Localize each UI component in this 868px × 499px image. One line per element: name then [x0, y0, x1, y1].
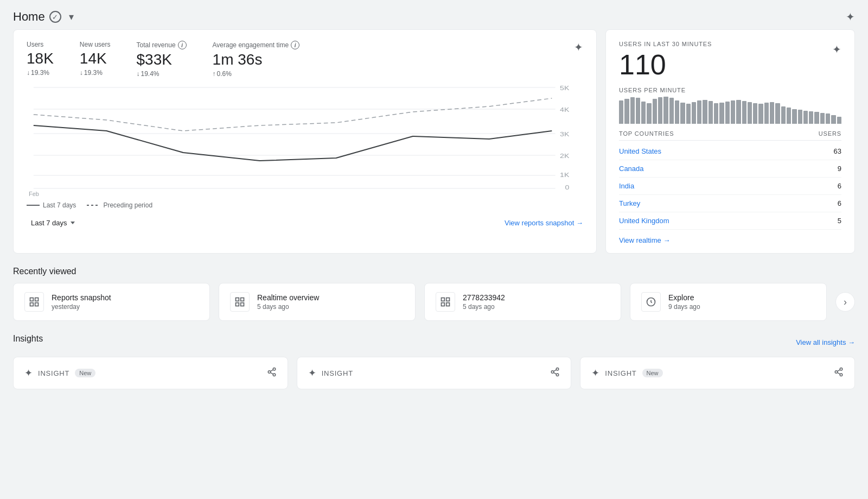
recent-card-0[interactable]: Reports snapshot yesterday: [13, 283, 210, 321]
metric-users-change: ↓ 19.3%: [27, 69, 54, 77]
check-icon: ✓: [49, 11, 61, 23]
sparkle-button-stats[interactable]: ✦: [574, 41, 583, 54]
recent-info-0: Reports snapshot yesterday: [52, 293, 111, 311]
recent-icon-3: [641, 292, 661, 312]
info-icon-revenue[interactable]: i: [178, 41, 187, 49]
svg-point-39: [835, 370, 838, 373]
legend-line-dashed: [87, 205, 100, 206]
svg-rect-23: [236, 298, 239, 301]
svg-text:0: 0: [565, 184, 570, 191]
metric-users: Users 18K ↓ 19.3%: [27, 41, 54, 77]
info-icon-engagement[interactable]: i: [291, 41, 299, 49]
header-left: Home ✓ ▾: [13, 9, 77, 25]
metric-revenue: Total revenue i $33K ↓ 19.4%: [137, 41, 187, 78]
stats-card: Users 18K ↓ 19.3% New users 14K ↓: [13, 29, 597, 254]
insights-section: Insights View all insights → ✦ INSIGHT N…: [13, 334, 855, 389]
country-name: United Kingdom: [619, 217, 669, 225]
bar-item: [803, 111, 808, 124]
insight-label-0: INSIGHT: [38, 369, 69, 377]
legend-dashed: Preceding period: [87, 201, 152, 209]
bar-item: [820, 113, 825, 124]
header-dropdown[interactable]: ▾: [66, 9, 77, 25]
svg-point-40: [840, 374, 843, 376]
chart-svg: 5K 4K 3K 2K 1K 0: [27, 82, 583, 191]
svg-text:1K: 1K: [560, 172, 570, 178]
bar-item: [636, 98, 640, 124]
bar-item: [725, 102, 730, 124]
svg-rect-30: [446, 303, 450, 306]
country-row[interactable]: United Kingdom 5: [619, 212, 841, 230]
view-all-insights-link[interactable]: View all insights →: [796, 338, 855, 346]
bar-item: [792, 109, 796, 124]
realtime-card: USERS IN LAST 30 MINUTES 110 ✦ USERS PER…: [605, 29, 855, 254]
share-icon-1[interactable]: [550, 367, 560, 380]
share-icon-0[interactable]: [267, 367, 277, 380]
bar-item: [736, 100, 741, 124]
line-chart: 5K 4K 3K 2K 1K 0: [27, 82, 583, 191]
realtime-label: USERS IN LAST 30 MINUTES: [619, 41, 712, 47]
countries-list: United States 63 Canada 9 India 6 Turkey…: [619, 143, 841, 230]
legend-line-solid: [27, 205, 40, 206]
country-row[interactable]: Turkey 6: [619, 195, 841, 212]
recent-card-3[interactable]: Explore 9 days ago: [630, 283, 827, 321]
recent-card-1[interactable]: Realtime overview 5 days ago: [219, 283, 416, 321]
svg-point-36: [552, 370, 554, 373]
svg-rect-28: [442, 303, 445, 306]
realtime-label-group: USERS IN LAST 30 MINUTES 110: [619, 41, 712, 80]
sparkle-icon-top-right[interactable]: ✦: [846, 10, 855, 23]
insights-row: ✦ INSIGHT New ✦ INSIGHT ✦ INSIGHT New: [13, 357, 855, 389]
trend-down-icon: ↓: [27, 69, 30, 77]
insight-card-0[interactable]: ✦ INSIGHT New: [13, 357, 288, 389]
bar-item: [731, 100, 735, 124]
country-row[interactable]: Canada 9: [619, 160, 841, 178]
date-range-button[interactable]: Last 7 days: [27, 216, 79, 230]
bar-item: [658, 97, 662, 124]
country-name: Turkey: [619, 199, 640, 207]
metric-engagement-change: ↑ 0.6%: [213, 70, 300, 78]
country-count: 63: [834, 147, 841, 155]
metric-new-users: New users 14K ↓ 19.3%: [80, 41, 111, 77]
recent-info-3: Explore 9 days ago: [668, 293, 700, 311]
svg-text:5K: 5K: [560, 85, 570, 91]
realtime-bar-chart: [619, 97, 841, 124]
svg-point-35: [557, 368, 559, 370]
stats-card-footer: Last 7 days View reports snapshot →: [27, 216, 583, 230]
svg-rect-26: [241, 303, 244, 306]
sparkle-button-realtime[interactable]: ✦: [832, 43, 841, 56]
bar-item: [814, 112, 819, 124]
insights-title: Insights: [13, 334, 43, 344]
recent-time-3: 9 days ago: [668, 303, 700, 311]
svg-point-38: [840, 368, 843, 370]
share-icon-2[interactable]: [834, 367, 844, 380]
country-name: Canada: [619, 165, 644, 173]
recent-icon-2: [436, 292, 455, 312]
svg-point-32: [273, 368, 276, 370]
insight-sparkle-1: ✦: [308, 367, 316, 379]
bar-item: [742, 101, 746, 124]
metric-users-value: 18K: [27, 49, 54, 68]
recent-card-2[interactable]: 2778233942 5 days ago: [424, 283, 621, 321]
bar-item: [703, 100, 707, 124]
svg-rect-25: [241, 298, 244, 301]
trend-up-icon: ↑: [213, 70, 216, 78]
metric-revenue-change: ↓ 19.4%: [137, 70, 187, 78]
svg-text:4K: 4K: [560, 106, 570, 113]
metric-engagement: Average engagement time i 1m 36s ↑ 0.6%: [213, 41, 300, 78]
country-row[interactable]: United States 63: [619, 143, 841, 160]
carousel-next-button[interactable]: ›: [835, 292, 855, 312]
bar-item: [675, 100, 679, 124]
bar-item: [753, 103, 757, 124]
country-count: 9: [838, 165, 841, 173]
country-row[interactable]: India 6: [619, 178, 841, 195]
view-reports-link[interactable]: View reports snapshot →: [505, 219, 583, 227]
insight-card-1[interactable]: ✦ INSIGHT: [297, 357, 572, 389]
bar-item: [831, 115, 835, 124]
page-title: Home: [13, 10, 45, 24]
insight-card-2[interactable]: ✦ INSIGHT New: [580, 357, 855, 389]
recently-viewed-row: Reports snapshot yesterday Realtime over…: [13, 283, 855, 321]
chart-legend: Last 7 days Preceding period: [27, 201, 583, 209]
view-realtime-link[interactable]: View realtime →: [619, 236, 841, 244]
main-content: Users 18K ↓ 19.3% New users 14K ↓: [0, 29, 868, 402]
chevron-down-icon: ▾: [69, 11, 74, 23]
svg-rect-20: [30, 303, 34, 306]
